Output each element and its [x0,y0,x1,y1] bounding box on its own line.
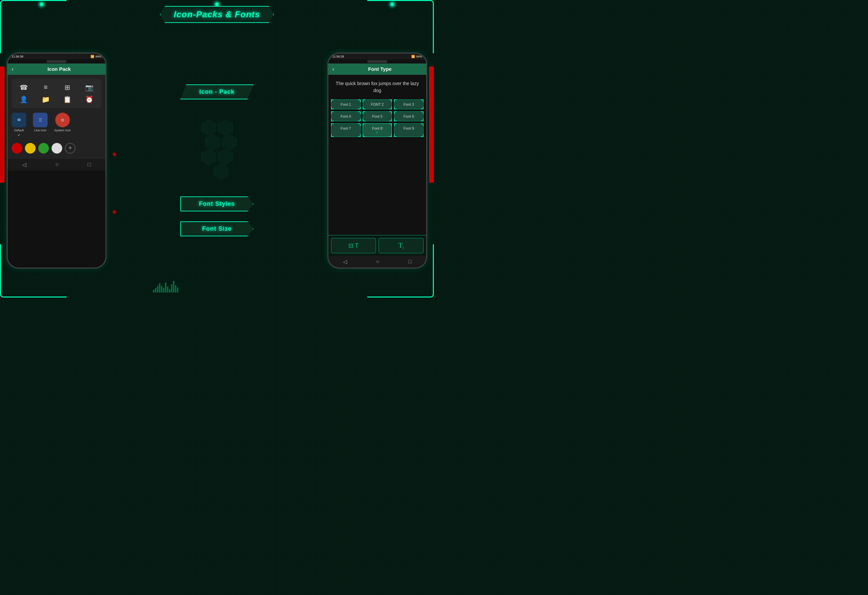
system-label: System Icon [54,129,71,132]
hex-5 [201,149,216,165]
bottom-toolbar: ⊟ T TI [328,235,426,256]
hex-7 [214,163,229,180]
page-title: Icon-Packs & Fonts [174,9,260,20]
left-phone-header: ‹ Icon Pack [7,63,105,75]
font-btn-9[interactable]: Font 9 [394,123,424,137]
icon-camera: 📷 [81,84,99,91]
icon-options-row: ☎ Default ✓ ☰ Line Icon ⊙ System Icon [12,113,102,137]
phone-right: 11:56:28 📶 84% ‹ Font Type The quick bro… [328,53,427,269]
left-header-title: Icon Pack [17,66,102,72]
font-size-label: Font Size [202,225,232,232]
hex-grid [197,119,237,180]
phone-left: 11:56:38 📶 84% ‹ Icon Pack ☎ ≡ ⊞ 📷 👤 📁 📋… [7,53,106,269]
middle-section: Icon - Pack Font Styles [113,84,321,236]
font-btn-7[interactable]: Font 7 [331,123,361,137]
notch-bar-right [367,60,387,63]
system-icon-img: ⊙ [55,113,70,127]
font-btn-1[interactable]: Font 1 [331,99,361,109]
main-content: 11:56:38 📶 84% ‹ Icon Pack ☎ ≡ ⊞ 📷 👤 📁 📋… [7,27,427,294]
hex-2 [218,119,233,136]
right-time: 11:56:28 [332,55,344,58]
color-add-button[interactable]: + [65,143,75,153]
icon-apps: ⊞ [59,84,77,91]
left-back-button[interactable]: ‹ [12,66,13,72]
right-back-button[interactable]: ‹ [332,66,334,72]
connector-dot-bottom [113,211,116,214]
icon-pack-banner: Icon - Pack [180,84,254,99]
default-icon-img: ☎ [12,113,26,127]
font-styles-label: Font Styles [199,200,235,207]
font-styles-banner[interactable]: Font Styles [180,196,254,211]
default-check: ✓ [18,133,20,137]
color-red[interactable] [12,143,22,153]
font-btn-2[interactable]: FONT 2 [363,99,392,109]
icon-grid: ☎ ≡ ⊞ 📷 👤 📁 📋 ⏰ [12,79,102,108]
nav-home[interactable]: ○ [55,162,59,168]
icon-notes: 📋 [59,96,77,103]
left-status-bar: 11:56:38 📶 84% [7,53,105,59]
hex-1 [201,119,216,136]
right-phone-header: ‹ Font Type [328,63,426,75]
hex-3 [205,134,220,150]
default-label: Default [14,129,24,132]
color-yellow[interactable] [25,143,35,153]
right-notch [328,59,426,63]
toolbar-font-size-btn[interactable]: ⊟ T [331,238,376,253]
right-nav-bar: ◁ ○ □ [328,256,426,268]
left-nav-bar: ◁ ○ □ [7,159,105,171]
font-preview-text: The quick brown fox jumps over the lazy … [328,75,426,99]
left-notch [7,59,105,63]
right-battery-icon: 📶 [411,55,415,58]
right-nav-recents[interactable]: □ [409,259,412,265]
line-label: Line Icon [34,129,47,132]
font-8-check: ✓ [364,130,391,134]
icon-pack-label: Icon - Pack [199,88,235,95]
font-grid: Font 1 FONT 2 Font 3 Font 4 Font 5 [328,99,426,140]
notch-bar [47,60,66,63]
glow-dot-2 [391,3,394,6]
font-size-icon: ⊟ T [348,242,359,249]
hex-4 [222,134,237,150]
icon-option-line[interactable]: ☰ Line Icon [33,113,47,137]
font-size-banner[interactable]: Font Size [180,221,254,236]
icon-contacts: 👤 [15,96,33,103]
right-nav-home[interactable]: ○ [376,259,379,265]
icon-folder: 📁 [37,96,55,103]
left-battery-icon: 📶 [90,55,94,58]
icon-option-system[interactable]: ⊙ System Icon [54,113,71,137]
line-icon-img: ☰ [33,113,47,127]
left-time: 11:56:38 [12,55,23,58]
title-banner: Icon-Packs & Fonts [160,6,274,23]
icon-option-default[interactable]: ☎ Default ✓ [12,113,26,137]
glow-dot-1 [40,3,43,6]
glow-dot-center [215,3,218,6]
icon-phone: ☎ [15,84,33,91]
font-btn-6[interactable]: Font 6 [394,111,424,121]
connector-dot-left [113,153,116,156]
font-btn-8[interactable]: Font 8 ✓ [363,123,392,137]
font-style-icon: TI [398,241,404,250]
left-phone-body: ☎ ≡ ⊞ 📷 👤 📁 📋 ⏰ ☎ Default ✓ [7,75,105,159]
left-battery: 84% [96,55,102,58]
font-btn-4[interactable]: Font 4 [331,111,361,121]
red-accent-right [429,66,434,183]
icon-message: ≡ [37,84,55,91]
nav-back[interactable]: ◁ [22,162,26,168]
toolbar-font-style-btn[interactable]: TI [379,238,424,253]
color-white[interactable] [52,143,62,153]
color-row: + [12,141,102,155]
right-nav-back[interactable]: ◁ [343,259,347,265]
red-accent-left [0,66,4,183]
right-header-title: Font Type [337,66,422,72]
nav-recents[interactable]: □ [88,162,91,168]
right-status-bar: 11:56:28 📶 84% [328,53,426,59]
hex-6 [218,149,233,165]
font-btn-5[interactable]: Font 5 [363,111,392,121]
color-green[interactable] [38,143,49,153]
font-btn-3[interactable]: Font 3 [394,99,424,109]
icon-alarm: ⏰ [81,96,99,103]
right-battery: 84% [416,55,422,58]
